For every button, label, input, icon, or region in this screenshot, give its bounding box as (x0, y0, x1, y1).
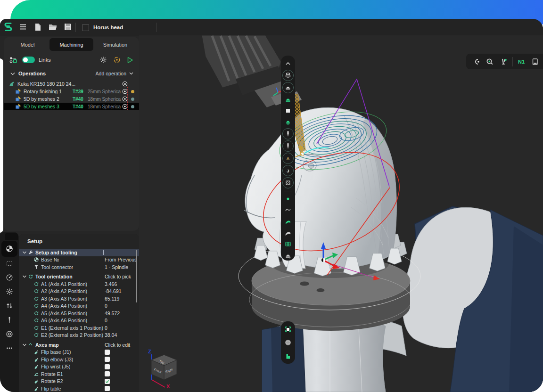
setup-row[interactable]: Tool connector1 - Spindle (19, 263, 139, 271)
viewport-3d-scene[interactable]: N1 Top Front Right Z X (139, 35, 543, 392)
tab-simulation[interactable]: Simulation (93, 38, 137, 51)
setup-row-value[interactable]: 1 - Spindle (105, 264, 136, 270)
part-teal-button[interactable] (283, 94, 293, 105)
caret-up-button[interactable] (283, 58, 293, 69)
horus-head-model[interactable] (244, 107, 396, 269)
section-collapse[interactable] (22, 343, 27, 347)
robot-machine-icon[interactable] (8, 81, 15, 87)
setup-row-value[interactable] (105, 371, 136, 376)
fit-button[interactable] (283, 324, 293, 335)
strip-handle[interactable] (5, 233, 18, 240)
setup-row[interactable]: Tool orientationClick to pick (19, 273, 139, 281)
operations-collapse-icon[interactable] (10, 72, 15, 75)
setup-scrollbar[interactable] (136, 250, 137, 302)
grid-teal-button[interactable] (283, 239, 293, 249)
fixture-teal-button[interactable] (283, 117, 293, 127)
setup-row-value[interactable]: 0 (105, 318, 136, 323)
setup-row[interactable]: Flip wrist (J5) (19, 363, 139, 371)
open-folder-icon[interactable] (48, 22, 58, 32)
section-collapse[interactable] (22, 251, 27, 254)
links-structure-icon[interactable] (9, 57, 17, 64)
setup-row-value[interactable]: 49.572 (105, 310, 136, 316)
operation-type-icon[interactable] (15, 103, 22, 110)
setup-row-value[interactable]: 0 (105, 303, 136, 309)
operation-row[interactable]: 5D by meshes 3T#4018mm Spherica (4, 103, 139, 110)
nav-cube[interactable]: Top Front Right Z X (148, 349, 177, 389)
caliper-button[interactable] (499, 56, 509, 67)
active-tool-slot[interactable] (1, 241, 17, 257)
new-file-icon[interactable] (33, 22, 42, 32)
operation-machine-row[interactable]: Kuka KR150 180 210 24... (4, 80, 139, 88)
magnet-button[interactable] (471, 56, 481, 67)
setup-row-value[interactable]: -84.691 (105, 288, 136, 294)
surface-teal-button[interactable] (283, 216, 293, 227)
setup-row[interactable]: Rotate E2 (19, 378, 139, 385)
setup-row[interactable]: A1 (Axis A1 Position)3.466 (19, 280, 139, 288)
surface-grey-button[interactable] (283, 228, 293, 238)
strip-gear-button[interactable] (5, 287, 14, 296)
strip-gauge-icon[interactable] (6, 274, 13, 281)
strip-screw-icon[interactable] (6, 316, 13, 324)
machine-collapse[interactable] (121, 81, 129, 87)
links-toggle[interactable] (22, 57, 35, 63)
mesh-button[interactable] (282, 177, 294, 188)
strip-screw-button[interactable] (5, 316, 14, 324)
square-white-button[interactable] (283, 106, 293, 116)
setup-row[interactable]: Flip elbow (J3) (19, 356, 139, 363)
checkbox[interactable] (105, 371, 110, 376)
n1-button[interactable]: N1 (516, 56, 527, 67)
operation-type-icon[interactable] (15, 96, 22, 102)
setup-row-value[interactable]: 3.466 (105, 281, 136, 287)
panel-button[interactable] (530, 56, 540, 67)
setup-row-value[interactable]: 65.119 (105, 296, 136, 302)
strip-marquee-button[interactable] (5, 259, 14, 268)
a-letter-button[interactable]: A (282, 153, 294, 164)
strip-updown-icon[interactable] (6, 302, 13, 310)
setup-row[interactable]: A4 (Axis A4 Position)0 (19, 302, 139, 310)
setup-row-value[interactable]: From Previous (105, 257, 136, 262)
tape-button[interactable] (485, 56, 495, 67)
simulation-target-icon[interactable] (113, 56, 121, 64)
j-letter-button[interactable]: J (282, 165, 294, 176)
checkbox[interactable] (105, 364, 110, 369)
checkbox[interactable] (105, 350, 110, 355)
checkbox[interactable] (105, 386, 110, 391)
setup-row[interactable]: A6 (Axis A6 Position)0 (19, 317, 139, 325)
wave-button[interactable] (283, 205, 293, 215)
strip-marquee-icon[interactable] (6, 260, 13, 267)
strip-gear-icon[interactable] (6, 288, 13, 295)
strip-gauge-button[interactable] (5, 273, 14, 282)
setup-row-value[interactable] (105, 386, 136, 391)
operation-type-icon[interactable] (15, 88, 22, 95)
setup-row[interactable]: Flip base (J1) (19, 349, 139, 356)
setup-row[interactable]: E1 (External axis 1 Position)0 (19, 324, 139, 332)
setup-row[interactable]: E2 (External axis 2 Position)38.04 (19, 332, 139, 339)
strip-more-button[interactable] (5, 344, 14, 352)
save-icon[interactable] (63, 22, 73, 32)
app-logo-icon[interactable] (3, 22, 13, 32)
tab-machining[interactable]: Machining (49, 38, 93, 51)
setup-row[interactable]: Rotate E1 (19, 370, 139, 378)
setup-row[interactable]: Base №From Previous (19, 256, 139, 264)
setup-row-value[interactable] (105, 379, 136, 384)
strip-knob-button[interactable] (5, 330, 14, 338)
strip-more-icon[interactable] (6, 344, 13, 352)
stock-button[interactable] (282, 70, 294, 81)
holder-button[interactable] (282, 82, 294, 93)
setup-row[interactable]: Axes mapClick to edit (19, 341, 139, 349)
operation-row[interactable]: 5D by meshes 2T#4018mm Spherica (4, 95, 139, 103)
solid-grey-button[interactable] (283, 250, 293, 261)
checkbox[interactable] (105, 379, 110, 384)
setup-row-value[interactable]: 38.04 (105, 332, 136, 338)
operation-row[interactable]: Rotary finishing 1T#3925mm Spherica (4, 88, 139, 95)
strip-datum-icon[interactable] (6, 245, 13, 253)
main-menu-icon[interactable] (18, 22, 27, 32)
sphere-button[interactable] (283, 337, 293, 348)
setup-row[interactable]: A2 (Axis A2 Position)-84.691 (19, 288, 139, 295)
strip-updown-button[interactable] (5, 302, 14, 310)
checkbox[interactable] (105, 357, 110, 362)
setup-row[interactable]: A3 (Axis A3 Position)65.119 (19, 295, 139, 302)
setup-row-value[interactable] (105, 364, 136, 369)
setup-row-value[interactable]: 0 (105, 325, 136, 331)
viewport-3d[interactable]: N1 Top Front Right Z X + (139, 35, 543, 392)
